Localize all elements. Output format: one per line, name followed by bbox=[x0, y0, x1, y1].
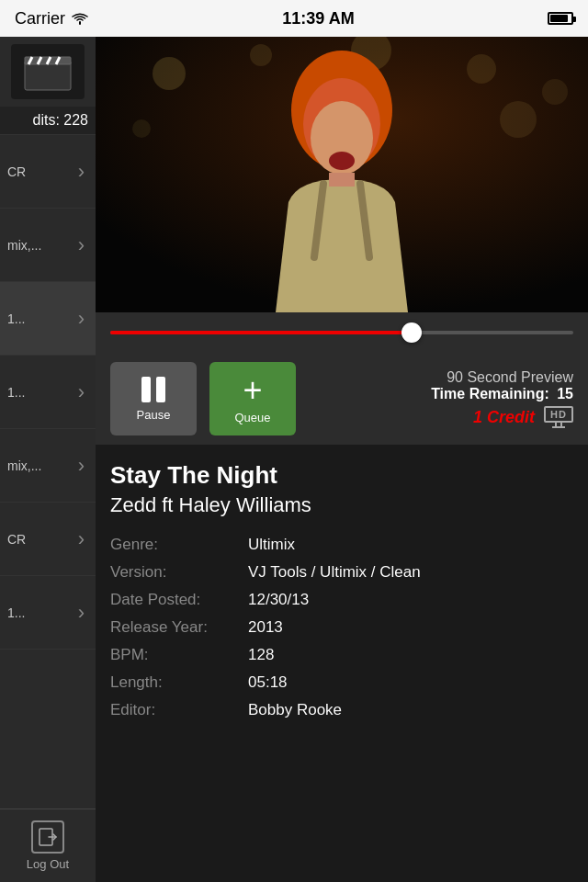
genre-row: Genre: Ultimix bbox=[110, 536, 573, 554]
sidebar-item-label-1: mix,... bbox=[7, 238, 78, 253]
status-bar: Carrier 11:39 AM bbox=[0, 0, 588, 37]
sidebar-item-5[interactable]: CR › bbox=[0, 503, 96, 576]
hits-count: dits: 228 bbox=[33, 112, 88, 128]
hd-badge: HD bbox=[544, 406, 573, 428]
pause-icon bbox=[141, 377, 165, 402]
svg-point-12 bbox=[467, 54, 496, 84]
sidebar-item-label-2: 1... bbox=[7, 311, 78, 326]
length-row: Length: 05:18 bbox=[110, 673, 573, 692]
chevron-icon-4: › bbox=[78, 454, 85, 478]
song-title: Stay The Night bbox=[110, 461, 573, 490]
queue-button[interactable]: + Queue bbox=[209, 362, 296, 435]
sidebar-item-label-3: 1... bbox=[7, 385, 78, 400]
sidebar-item-4[interactable]: mix,... › bbox=[0, 429, 96, 503]
credit-row: 1 Credit HD bbox=[473, 406, 573, 428]
sidebar-item-label-0: CR bbox=[7, 164, 78, 179]
hd-screen-label: HD bbox=[544, 406, 573, 423]
song-artist: Zedd ft Haley Williams bbox=[110, 493, 573, 517]
sidebar-item-3[interactable]: 1... › bbox=[0, 356, 96, 429]
chevron-icon-6: › bbox=[78, 601, 85, 625]
year-value: 2013 bbox=[248, 618, 283, 637]
bpm-label: BPM: bbox=[110, 646, 248, 664]
plus-icon: + bbox=[243, 374, 262, 407]
svg-point-9 bbox=[153, 57, 186, 90]
time-label: Time Remaining: bbox=[431, 386, 549, 401]
year-row: Release Year: 2013 bbox=[110, 618, 573, 637]
svg-rect-20 bbox=[329, 173, 355, 187]
main-content: Pause + Queue 90 Second Preview Time Rem… bbox=[96, 37, 588, 882]
carrier-label: Carrier bbox=[15, 9, 89, 28]
bpm-value: 128 bbox=[248, 646, 274, 664]
date-value: 12/30/13 bbox=[248, 591, 309, 609]
sidebar-item-label-5: CR bbox=[7, 532, 78, 547]
svg-point-14 bbox=[132, 119, 151, 138]
chevron-icon-5: › bbox=[78, 527, 85, 551]
logout-label: Log Out bbox=[27, 857, 69, 871]
version-row: Version: VJ Tools / Ultimix / Clean bbox=[110, 563, 573, 582]
video-thumbnail bbox=[96, 37, 588, 312]
seek-bar-fill bbox=[110, 331, 412, 334]
controls-row: Pause + Queue 90 Second Preview Time Rem… bbox=[96, 353, 588, 445]
svg-point-10 bbox=[250, 44, 272, 66]
logout-icon bbox=[31, 820, 64, 854]
date-label: Date Posted: bbox=[110, 591, 248, 609]
logout-button[interactable]: Log Out bbox=[0, 808, 96, 882]
time-value: 15 bbox=[557, 386, 573, 401]
date-row: Date Posted: 12/30/13 bbox=[110, 591, 573, 609]
editor-label: Editor: bbox=[110, 701, 248, 719]
version-label: Version: bbox=[110, 563, 248, 582]
sidebar-item-label-4: mix,... bbox=[7, 458, 78, 473]
length-label: Length: bbox=[110, 673, 248, 692]
sidebar-logo bbox=[11, 44, 85, 99]
battery-icon bbox=[548, 12, 573, 25]
year-label: Release Year: bbox=[110, 618, 248, 637]
svg-point-19 bbox=[329, 152, 355, 170]
bpm-row: BPM: 128 bbox=[110, 646, 573, 664]
queue-label: Queue bbox=[234, 411, 270, 424]
sidebar-item-0[interactable]: CR › bbox=[0, 135, 96, 209]
clapperboard-icon bbox=[23, 51, 73, 92]
time-remaining: Time Remaining: 15 bbox=[431, 386, 573, 402]
chevron-icon-1: › bbox=[78, 233, 85, 257]
preview-title: 90 Second Preview bbox=[447, 369, 573, 386]
hd-base bbox=[552, 426, 565, 428]
pause-label: Pause bbox=[137, 408, 171, 422]
seek-bar-thumb[interactable] bbox=[401, 322, 422, 343]
sidebar-item-2[interactable]: 1... › bbox=[0, 282, 96, 356]
sidebar-item-1[interactable]: mix,... › bbox=[0, 209, 96, 282]
sidebar: dits: 228 CR › mix,... › 1... › 1... › m… bbox=[0, 37, 96, 882]
svg-rect-0 bbox=[25, 61, 71, 90]
credit-text: 1 Credit bbox=[473, 408, 535, 427]
wifi-icon bbox=[71, 12, 89, 25]
genre-value: Ultimix bbox=[248, 536, 295, 554]
status-time: 11:39 AM bbox=[282, 9, 354, 28]
sidebar-hits: dits: 228 bbox=[0, 107, 96, 135]
exit-icon bbox=[38, 827, 58, 847]
seek-bar-track[interactable] bbox=[110, 331, 573, 334]
pause-button[interactable]: Pause bbox=[110, 362, 197, 435]
genre-label: Genre: bbox=[110, 536, 248, 554]
svg-point-15 bbox=[500, 101, 537, 138]
chevron-icon-3: › bbox=[78, 380, 85, 404]
preview-info: 90 Second Preview Time Remaining: 15 1 C… bbox=[309, 369, 573, 428]
editor-value: Bobby Rooke bbox=[248, 701, 342, 719]
sidebar-item-6[interactable]: 1... › bbox=[0, 576, 96, 650]
version-value: VJ Tools / Ultimix / Clean bbox=[248, 563, 421, 582]
seek-bar-container[interactable] bbox=[96, 312, 588, 353]
chevron-icon-0: › bbox=[78, 160, 85, 184]
sidebar-item-label-6: 1... bbox=[7, 605, 78, 620]
svg-point-13 bbox=[542, 79, 568, 105]
carrier-text: Carrier bbox=[15, 9, 65, 28]
chevron-icon-2: › bbox=[78, 307, 85, 331]
length-value: 05:18 bbox=[248, 673, 288, 692]
song-info: Stay The Night Zedd ft Haley Williams Ge… bbox=[96, 445, 588, 882]
video-bg-svg bbox=[96, 37, 588, 312]
editor-row: Editor: Bobby Rooke bbox=[110, 701, 573, 719]
